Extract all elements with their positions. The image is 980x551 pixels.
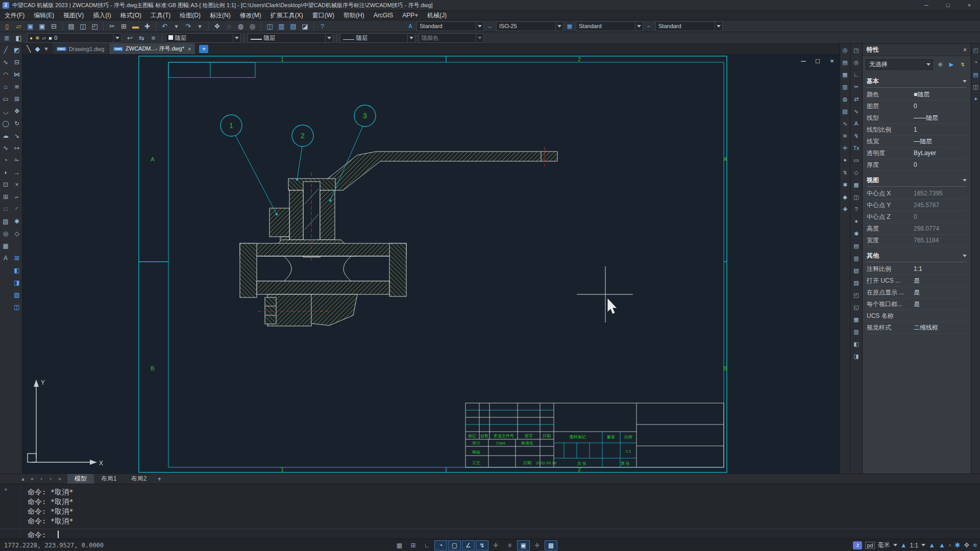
half1-icon[interactable]: ◧ [850,338,862,350]
new-file-icon[interactable]: ▯ [1,21,13,31]
panel4-icon[interactable]: ◫ [971,81,980,93]
region-icon[interactable]: ◎ [0,228,11,240]
doc3-icon[interactable]: ▧ [850,264,862,277]
menu-item[interactable]: 工具(T) [146,11,175,20]
toggle-value-icon[interactable]: ↯ [958,60,968,70]
trash-icon[interactable]: ▦ [850,179,862,191]
named-views-icon[interactable]: ▥ [276,21,287,31]
combo-arrow-icon[interactable] [476,22,483,31]
status-toggle[interactable]: ✛ [489,540,502,550]
property-row[interactable]: 厚度 0 [867,159,967,171]
property-row[interactable]: 在原点显示 ... 是 [867,287,967,298]
ellipse-arc-icon[interactable]: ◗ [0,166,11,179]
revcloud-icon[interactable]: ☁ [0,130,11,142]
lightning-icon[interactable]: ↯ [850,130,862,142]
frame-icon[interactable]: ▭ [850,154,862,166]
layer-combo[interactable]: ●❄▱■ 0 [27,33,121,43]
help-icon[interactable]: ? [316,21,328,31]
half2-icon[interactable]: ◨ [850,350,862,362]
ellipse-icon[interactable]: ◔ [0,154,11,166]
selection-combo[interactable]: 无选择 [866,59,933,70]
annotation-visibility-icon[interactable]: ▲ [928,541,935,549]
match-properties-icon[interactable]: ✚ [141,21,153,31]
tray-up-icon[interactable]: ▴ [18,475,28,482]
property-row[interactable]: 线型比例 1 [867,124,967,136]
fillet-icon[interactable]: ◜ [11,203,22,215]
insert-block-icon[interactable]: ⊡ [0,179,11,191]
doc-close-button[interactable]: × [827,57,837,65]
property-row[interactable]: 线宽 —随层 [867,136,967,147]
stretch-icon[interactable]: ↦ [11,142,22,154]
trim-icon[interactable]: ✁ [11,154,22,166]
property-row[interactable]: 宽度 765.1184 [867,235,967,246]
last-tab-icon[interactable]: » [55,475,64,482]
document-tab[interactable]: DWG Drawing1.dwg × [53,43,108,54]
zoom-realtime-icon[interactable]: ◌ [223,21,235,31]
menu-item[interactable]: 修改(M) [235,11,266,20]
group-edit-icon[interactable]: ◨ [11,277,22,289]
doc5-icon[interactable]: ◰ [850,289,862,301]
drawing-canvas[interactable]: 1 2 1 2 A B A B [22,55,840,473]
property-row[interactable]: 图层 0 [867,101,967,112]
cross-icon[interactable]: ✛ [840,142,850,154]
panel2-icon[interactable]: ◔ [971,56,980,68]
combo-arrow-icon[interactable] [407,34,415,42]
hatch-icon[interactable]: ▨ [0,215,11,228]
status-toggle[interactable]: ∟ [421,540,433,550]
status-toggle[interactable]: ▦ [393,540,406,550]
property-row[interactable]: 注释比例 1:1 [867,263,967,275]
spline-icon[interactable]: ∿ [0,142,11,154]
doc-restore-button[interactable]: □ [813,57,822,65]
doc-minimize-button[interactable]: ─ [799,57,808,65]
auto-annotation-icon[interactable]: ▲ [939,541,945,549]
add-layout-button[interactable]: + [154,475,165,483]
lineweight-combo[interactable]: 随层 [340,33,415,43]
chamfer-icon[interactable]: ⌐ [11,191,22,203]
zoom-detail-icon[interactable]: ◍ [840,93,850,105]
redo-icon[interactable]: ↷ [182,21,194,31]
style-combo[interactable]: Standard [576,21,643,31]
polyline-icon[interactable]: ∿ [0,56,11,68]
combo-arrow-icon[interactable] [113,34,121,42]
bolt-icon[interactable]: ↯ [840,166,850,179]
property-row[interactable]: 高度 298.0774 [867,223,967,235]
select-similar-icon[interactable]: ▧ [11,289,22,301]
fullscreen-icon[interactable]: ✥ [964,541,970,549]
undo-icon[interactable]: ↶ [159,21,170,31]
layout-tab[interactable]: 模型 [67,474,94,484]
mirror-icon[interactable]: ⋈ [11,68,22,81]
property-row[interactable]: 线型 ——随层 [867,112,967,124]
help2-icon[interactable]: ? [850,203,862,215]
next-tab-icon[interactable]: › [46,475,55,482]
array-icon[interactable]: ⊞ [11,93,22,105]
annotation-scale-icon[interactable]: ▲ [900,541,907,549]
menu-item[interactable]: 扩展工具(X) [266,11,308,20]
command-close-icon[interactable]: × [4,486,8,493]
snip-icon[interactable]: ✂ [850,81,862,93]
new-tab-button[interactable]: + [199,45,208,53]
draw-order-icon[interactable]: ▤ [287,21,299,31]
style-combo[interactable]: Standard [416,21,484,31]
layout-tab[interactable]: 布局2 [124,474,154,484]
gem-icon[interactable]: ◆ [840,191,850,203]
save-all-icon[interactable]: ⊟ [48,21,60,31]
circle-mark-icon[interactable]: ◎ [850,56,862,68]
table3-icon[interactable]: ▥ [850,325,862,338]
preview-icon[interactable]: ◫ [77,21,89,31]
move-icon[interactable]: ✥ [11,105,22,117]
offset-icon[interactable]: ≋ [11,81,22,93]
plotstyle-combo[interactable]: 随颜色 [419,33,484,43]
erase-icon[interactable]: ◩ [11,44,22,56]
menu-item[interactable]: 标注(N) [205,11,235,20]
ungroup-icon[interactable]: ◧ [11,264,22,277]
status-toggle[interactable]: ▢ [448,540,461,550]
style-combo[interactable]: ISO-25 [496,21,564,31]
publish-icon[interactable]: ◰ [89,21,101,31]
eraser-drop-icon[interactable]: ▾ [42,44,51,54]
close-button[interactable]: × [959,0,980,10]
status-toggle[interactable]: ⊞ [407,540,420,550]
status-toggle[interactable]: ▩ [545,540,557,550]
menu-item[interactable]: 编辑(E) [29,11,59,20]
make-block-icon[interactable]: ⊞ [0,191,11,203]
table-icon[interactable]: ▦ [0,240,11,252]
